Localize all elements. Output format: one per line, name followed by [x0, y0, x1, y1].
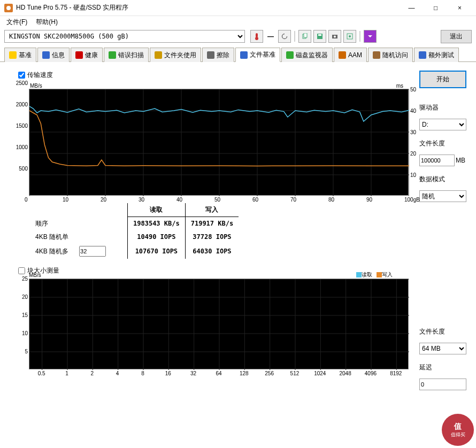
maximize-button[interactable]: □: [424, 1, 448, 16]
svg-point-9: [334, 36, 336, 38]
tab-3[interactable]: 错误扫描: [104, 48, 149, 62]
svg-rect-17: [207, 51, 214, 59]
tab-4[interactable]: 文件夹使用: [150, 48, 201, 62]
drive-select[interactable]: KINGSTON SKC2000M8500G (500 gB): [4, 30, 245, 43]
mode-label: 数据模式: [419, 175, 466, 184]
app-icon: [4, 4, 13, 12]
close-button[interactable]: ×: [448, 1, 472, 16]
tab-icon: [9, 51, 17, 59]
svg-rect-12: [9, 51, 17, 59]
tab-label: 文件基准: [250, 50, 275, 59]
tab-label: 基准: [19, 51, 32, 60]
tab-9[interactable]: 随机访问: [368, 48, 413, 62]
col-write-header: 写入: [185, 203, 239, 217]
menu-file[interactable]: 文件(F): [2, 17, 32, 28]
tab-icon: [155, 51, 162, 59]
transfer-chart: 1020304050: [29, 89, 409, 196]
svg-rect-21: [373, 51, 380, 59]
svg-point-1: [6, 6, 11, 10]
tab-label: 额外测试: [428, 51, 454, 60]
chart1-wrap: MB/s ms 5001000150020002500 1020304050 0…: [14, 83, 409, 197]
cb-block-size[interactable]: 块大小测量: [18, 266, 409, 275]
camera-icon[interactable]: [328, 30, 341, 43]
filelen-unit: MB: [456, 157, 465, 164]
tab-label: 健康: [85, 51, 98, 60]
delay-input[interactable]: [419, 379, 466, 390]
tab-icon: [42, 51, 50, 59]
qd-input[interactable]: [79, 246, 106, 257]
exit-button[interactable]: 退出: [441, 30, 472, 43]
svg-rect-2: [256, 33, 258, 37]
cb-transfer-speed[interactable]: 传输速度: [18, 71, 409, 80]
row-label: 4KB 随机多: [30, 244, 128, 259]
tab-8[interactable]: AAM: [334, 48, 367, 62]
chart2-wrap: 读取 写入 MB/s 510152025 0.51248163264128256…: [14, 279, 409, 376]
results-table: 读取 写入 顺序 1983543 KB/s 719917 KB/s4KB 随机单…: [30, 203, 409, 259]
tab-icon: [75, 51, 83, 59]
filelen-input[interactable]: [419, 155, 455, 166]
tab-5[interactable]: 擦除: [202, 48, 234, 62]
cell-read: 107670 IOPS: [128, 244, 186, 259]
filelen-label: 文件长度: [419, 139, 466, 148]
y-unit-right: ms: [396, 83, 403, 89]
cell-write: 719917 KB/s: [185, 217, 239, 230]
minimize-button[interactable]: —: [400, 1, 424, 16]
cell-read: 1983543 KB/s: [128, 217, 186, 230]
tab-label: AAM: [348, 51, 362, 59]
y-unit-left-2: MB/s: [29, 272, 41, 278]
svg-rect-16: [155, 51, 162, 59]
tab-icon: [240, 51, 248, 59]
main-content: 传输速度 MB/s ms 5001000150020002500 1020304…: [0, 62, 476, 399]
filelen2-label: 文件长度: [419, 327, 466, 336]
copy-icon[interactable]: [298, 30, 311, 43]
tab-icon: [373, 51, 380, 59]
svg-rect-19: [286, 51, 294, 59]
x-axis-2: 0.512481632641282565121024204840968192: [29, 370, 409, 376]
tab-label: 信息: [52, 51, 65, 60]
drive-letter-select[interactable]: D:: [419, 119, 466, 130]
thermometer-icon[interactable]: [250, 30, 263, 43]
screenshot-icon[interactable]: [343, 30, 356, 43]
cb-transfer-input[interactable]: [18, 72, 25, 79]
tab-0[interactable]: 基准: [4, 48, 36, 62]
legend-write: 写入: [382, 272, 393, 277]
tab-label: 文件夹使用: [164, 51, 196, 60]
delay-label: 延迟: [419, 363, 466, 372]
tab-strip: 基准信息健康错误扫描文件夹使用擦除文件基准磁盘监视器AAM随机访问额外测试: [0, 45, 476, 62]
svg-point-11: [349, 35, 351, 37]
svg-rect-22: [419, 51, 426, 59]
tab-label: 错误扫描: [118, 51, 144, 60]
cell-read: 10490 IOPS: [128, 230, 186, 244]
y-axis-right: 1020304050: [409, 89, 421, 196]
left-column: 传输速度 MB/s ms 5001000150020002500 1020304…: [10, 71, 409, 390]
tab-icon: [419, 51, 426, 59]
tab-label: 磁盘监视器: [296, 51, 328, 60]
tab-icon: [207, 51, 214, 59]
start-button[interactable]: 开始: [419, 71, 466, 88]
tab-7[interactable]: 磁盘监视器: [281, 48, 333, 62]
tab-6[interactable]: 文件基准: [235, 48, 280, 62]
tab-2[interactable]: 健康: [71, 48, 103, 62]
drive-label: 驱动器: [419, 103, 466, 112]
tab-10[interactable]: 额外测试: [414, 48, 459, 62]
menu-bar: 文件(F) 帮助(H): [0, 16, 476, 28]
save-icon[interactable]: [313, 30, 326, 43]
cb-block-input[interactable]: [18, 267, 25, 274]
filelen2-select[interactable]: 64 MB: [419, 343, 466, 354]
down-arrow-icon[interactable]: [364, 30, 377, 43]
blocksize-chart: [29, 279, 409, 369]
temp-value: —: [267, 33, 274, 40]
y-axis-left: 5001000150020002500: [14, 83, 29, 190]
tab-icon: [286, 51, 294, 59]
menu-help[interactable]: 帮助(H): [32, 17, 62, 28]
table-row: 4KB 随机多 107670 IOPS 64030 IOPS: [30, 244, 239, 259]
svg-point-3: [255, 37, 258, 40]
title-bar: HD Tune Pro 5.75 - 硬盘/SSD 实用程序 — □ ×: [0, 0, 476, 16]
svg-rect-18: [240, 51, 248, 59]
mode-select[interactable]: 随机: [419, 190, 466, 202]
svg-rect-15: [109, 51, 116, 59]
svg-rect-20: [339, 51, 346, 59]
tab-1[interactable]: 信息: [37, 48, 70, 62]
refresh-icon[interactable]: [278, 30, 291, 43]
svg-rect-5: [304, 33, 307, 37]
